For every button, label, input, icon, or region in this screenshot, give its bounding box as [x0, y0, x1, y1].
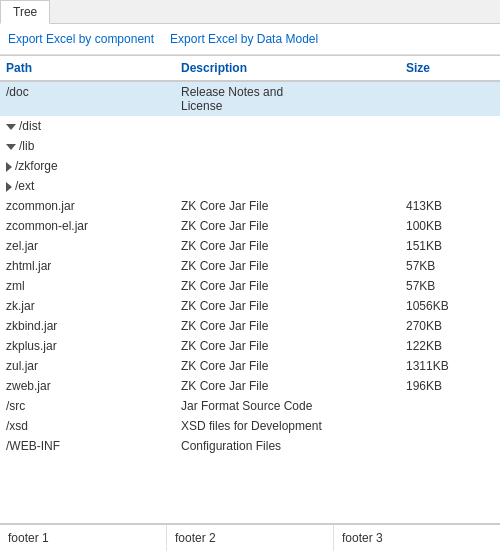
table-row[interactable]: zcommon.jarZK Core Jar File413KB: [0, 196, 500, 216]
size-cell: 57KB: [400, 256, 500, 276]
path-cell: /lib: [0, 136, 175, 156]
path-cell: zhtml.jar: [0, 256, 175, 276]
path-cell: /doc: [0, 81, 175, 116]
table-row[interactable]: zweb.jarZK Core Jar File196KB: [0, 376, 500, 396]
size-cell: [400, 136, 500, 156]
header-size: Size: [400, 56, 500, 82]
path-cell: zweb.jar: [0, 376, 175, 396]
table-row[interactable]: zkbind.jarZK Core Jar File270KB: [0, 316, 500, 336]
path-cell: /ext: [0, 176, 175, 196]
table-row[interactable]: /docRelease Notes and License: [0, 81, 500, 116]
description-cell: [175, 176, 400, 196]
path-cell: /dist: [0, 116, 175, 136]
table-row[interactable]: zhtml.jarZK Core Jar File57KB: [0, 256, 500, 276]
tree-table-wrapper: Path Description Size /docRelease Notes …: [0, 55, 500, 510]
size-cell: 413KB: [400, 196, 500, 216]
description-cell: Configuration Files: [175, 436, 400, 456]
description-cell: ZK Core Jar File: [175, 276, 400, 296]
path-cell: /xsd: [0, 416, 175, 436]
description-cell: ZK Core Jar File: [175, 316, 400, 336]
footer-col2: footer 2: [167, 525, 334, 551]
path-cell: zul.jar: [0, 356, 175, 376]
toolbar: Export Excel by component Export Excel b…: [0, 24, 500, 55]
table-row[interactable]: zk.jarZK Core Jar File1056KB: [0, 296, 500, 316]
header-description: Description: [175, 56, 400, 82]
tab-bar: Tree: [0, 0, 500, 24]
size-cell: 57KB: [400, 276, 500, 296]
size-cell: 151KB: [400, 236, 500, 256]
table-row[interactable]: /dist: [0, 116, 500, 136]
path-cell: /WEB-INF: [0, 436, 175, 456]
description-cell: ZK Core Jar File: [175, 196, 400, 216]
table-row[interactable]: /srcJar Format Source Code: [0, 396, 500, 416]
size-cell: 100KB: [400, 216, 500, 236]
size-cell: 1056KB: [400, 296, 500, 316]
path-cell: /zkforge: [0, 156, 175, 176]
size-cell: 196KB: [400, 376, 500, 396]
expand-down-icon[interactable]: [6, 124, 16, 130]
expand-down-icon[interactable]: [6, 144, 16, 150]
table-row[interactable]: /xsdXSD files for Development: [0, 416, 500, 436]
description-cell: [175, 136, 400, 156]
table-row[interactable]: zmlZK Core Jar File57KB: [0, 276, 500, 296]
table-row[interactable]: /ext: [0, 176, 500, 196]
path-cell: zkplus.jar: [0, 336, 175, 356]
path-cell: zel.jar: [0, 236, 175, 256]
table-row[interactable]: /zkforge: [0, 156, 500, 176]
path-cell: zml: [0, 276, 175, 296]
description-cell: ZK Core Jar File: [175, 236, 400, 256]
table-row[interactable]: /lib: [0, 136, 500, 156]
path-cell: zcommon.jar: [0, 196, 175, 216]
header-path: Path: [0, 56, 175, 82]
size-cell: [400, 396, 500, 416]
footer-col3: footer 3: [334, 525, 500, 551]
footer-col1: footer 1: [0, 525, 167, 551]
table-row[interactable]: zcommon-el.jarZK Core Jar File100KB: [0, 216, 500, 236]
table-row[interactable]: /WEB-INFConfiguration Files: [0, 436, 500, 456]
size-cell: [400, 81, 500, 116]
description-cell: Release Notes and License: [175, 81, 400, 116]
export-excel-component-button[interactable]: Export Excel by component: [8, 30, 162, 48]
size-cell: [400, 116, 500, 136]
size-cell: [400, 176, 500, 196]
description-cell: ZK Core Jar File: [175, 356, 400, 376]
description-cell: [175, 116, 400, 136]
table-row[interactable]: zel.jarZK Core Jar File151KB: [0, 236, 500, 256]
description-cell: ZK Core Jar File: [175, 296, 400, 316]
description-cell: ZK Core Jar File: [175, 256, 400, 276]
path-cell: /src: [0, 396, 175, 416]
size-cell: 1311KB: [400, 356, 500, 376]
table-row[interactable]: zkplus.jarZK Core Jar File122KB: [0, 336, 500, 356]
description-cell: Jar Format Source Code: [175, 396, 400, 416]
expand-right-icon[interactable]: [6, 162, 12, 172]
size-cell: [400, 436, 500, 456]
path-cell: zkbind.jar: [0, 316, 175, 336]
export-excel-datamodel-button[interactable]: Export Excel by Data Model: [170, 30, 326, 48]
path-cell: zcommon-el.jar: [0, 216, 175, 236]
description-cell: XSD files for Development: [175, 416, 400, 436]
size-cell: 122KB: [400, 336, 500, 356]
description-cell: ZK Core Jar File: [175, 336, 400, 356]
size-cell: [400, 156, 500, 176]
expand-right-icon[interactable]: [6, 182, 12, 192]
description-cell: ZK Core Jar File: [175, 376, 400, 396]
description-cell: [175, 156, 400, 176]
footer: footer 1 footer 2 footer 3: [0, 523, 500, 551]
size-cell: 270KB: [400, 316, 500, 336]
path-cell: zk.jar: [0, 296, 175, 316]
tab-tree[interactable]: Tree: [0, 0, 50, 24]
table-row[interactable]: zul.jarZK Core Jar File1311KB: [0, 356, 500, 376]
size-cell: [400, 416, 500, 436]
tree-table: Path Description Size /docRelease Notes …: [0, 55, 500, 456]
description-cell: ZK Core Jar File: [175, 216, 400, 236]
